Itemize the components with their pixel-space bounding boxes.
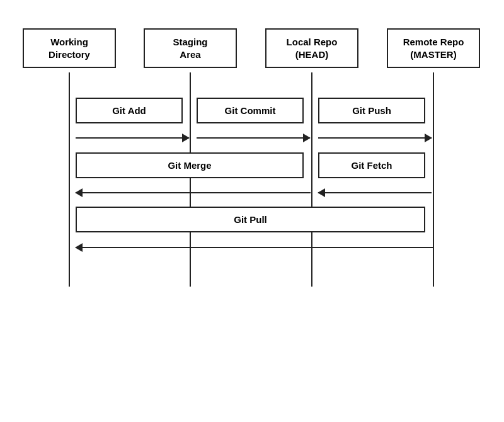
- vline-remote: [433, 72, 434, 287]
- git-commit-label: Git Commit: [225, 105, 276, 116]
- git-add-box: Git Add: [76, 98, 183, 123]
- git-pull-box: Git Pull: [76, 207, 425, 232]
- arrow-add: [76, 137, 189, 139]
- git-push-box: Git Push: [318, 98, 425, 123]
- arrow-pull: [76, 247, 433, 248]
- arrow-fetch: [318, 192, 432, 193]
- git-merge-label: Git Merge: [168, 160, 211, 171]
- vline-working: [69, 72, 70, 287]
- vline-local: [311, 72, 312, 287]
- staging-area-label: StagingArea: [173, 37, 208, 60]
- arrow-merge: [76, 192, 311, 193]
- git-push-label: Git Push: [352, 105, 391, 116]
- git-add-label: Git Add: [112, 105, 146, 116]
- remote-repo-box: Remote Repo(MASTER): [387, 28, 480, 68]
- git-fetch-label: Git Fetch: [351, 160, 392, 171]
- git-merge-box: Git Merge: [76, 152, 304, 178]
- local-repo-label: Local Repo(HEAD): [287, 37, 338, 60]
- staging-area-box: StagingArea: [144, 28, 237, 68]
- git-pull-label: Git Pull: [234, 214, 267, 225]
- remote-repo-label: Remote Repo(MASTER): [403, 37, 464, 60]
- vline-staging: [190, 72, 191, 287]
- working-directory-label: Working Directory: [49, 37, 90, 60]
- git-workflow-diagram: Working Directory StagingArea Local Repo…: [0, 0, 504, 422]
- git-commit-box: Git Commit: [197, 98, 304, 123]
- working-directory-box: Working Directory: [23, 28, 116, 68]
- arrow-push: [318, 137, 432, 139]
- arrow-commit: [197, 137, 310, 139]
- git-fetch-box: Git Fetch: [318, 152, 425, 178]
- local-repo-box: Local Repo(HEAD): [265, 28, 358, 68]
